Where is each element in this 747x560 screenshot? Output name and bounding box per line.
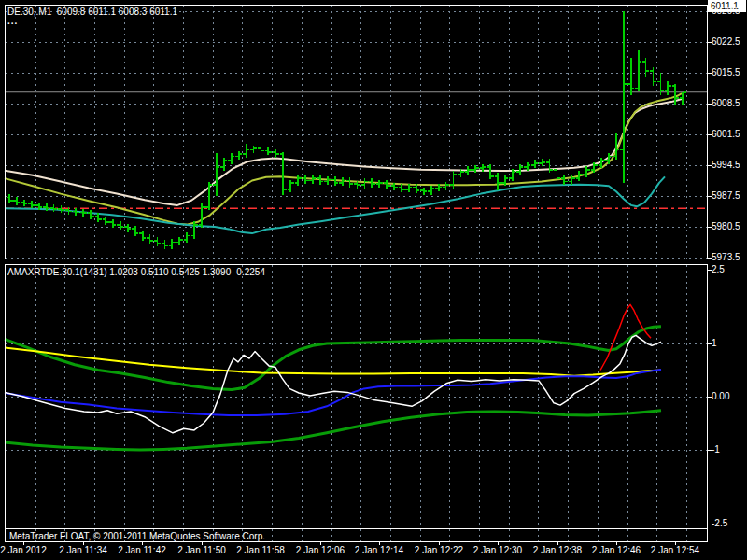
price-axis-label: 5987.5 xyxy=(712,191,740,201)
price-axis-label: 6029.5 xyxy=(712,7,740,16)
price-axis-label: 5980.5 xyxy=(712,222,740,231)
indicator-axis-label: 0.00 xyxy=(712,392,729,401)
price-axis-label: 6008.5 xyxy=(712,99,740,108)
chart-canvas[interactable] xyxy=(0,0,747,560)
price-axis-label: 6001.5 xyxy=(712,130,740,139)
one-click-panel-toggle[interactable]: ... xyxy=(7,16,18,26)
indicator-axis-label: -2.5 xyxy=(712,519,727,528)
indicator-axis-label: -1 xyxy=(712,445,720,455)
price-axis-label: 5973.5 xyxy=(712,253,740,262)
price-axis-label: 6015.5 xyxy=(712,68,740,77)
metatrader-chart-window: DE.30,.M1 6009.8 6011.1 6008.3 6011.1 ..… xyxy=(0,0,747,560)
time-axis-label: 2 Jan 12:54 xyxy=(633,545,717,555)
chart-title: DE.30,.M1 6009.8 6011.1 6008.3 6011.1 xyxy=(7,7,177,17)
indicator-axis-label: 1 xyxy=(712,339,717,348)
indicator-axis-label: 2.5 xyxy=(712,265,725,274)
indicator-title: AMAXRTDE.30.1(1431) 1.0203 0.5110 0.5425… xyxy=(7,267,265,277)
branding-footer: MetaTrader FLOAT, © 2001-2011 MetaQuotes… xyxy=(9,531,265,541)
price-axis-label: 6022.5 xyxy=(712,37,740,47)
price-axis-label: 5994.5 xyxy=(712,161,740,170)
